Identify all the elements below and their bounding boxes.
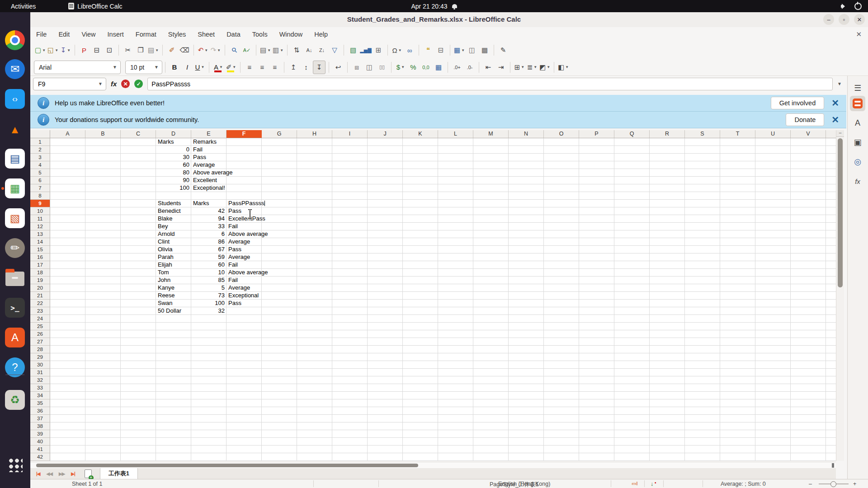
cell-D18[interactable]: Tom <box>158 269 169 277</box>
menu-help[interactable]: Help <box>308 29 334 40</box>
border-color-dropdown-icon[interactable]: ▼ <box>547 65 550 69</box>
selection-mode-icon[interactable]: ▭I <box>632 481 637 487</box>
increase-indent-button[interactable]: ⇥ <box>495 61 507 74</box>
column-headers[interactable]: ABCDEFGHIJKLMNOPQRSTUV <box>50 130 836 138</box>
cell-F9[interactable]: PassPPassss <box>228 200 265 207</box>
add-decimal-button[interactable]: .0+ <box>451 61 463 74</box>
language-status[interactable]: English (Hong Kong) <box>498 481 550 487</box>
format-currency-button[interactable]: $▼ <box>395 61 406 74</box>
column-header-Q[interactable]: Q <box>614 130 650 138</box>
column-header-P[interactable]: P <box>579 130 614 138</box>
column-header-C[interactable]: C <box>121 130 156 138</box>
dock-vscode[interactable]: ‹› <box>5 89 25 109</box>
borders-dropdown-icon[interactable]: ▼ <box>521 65 524 69</box>
open-button[interactable]: ◱▼ <box>47 44 59 56</box>
hyperlink-button[interactable]: ∞ <box>404 44 415 56</box>
highlight-color-button[interactable]: ✐▼ <box>225 61 237 74</box>
cell-E18[interactable]: 10 <box>191 269 225 277</box>
insert-image-button[interactable]: ▧ <box>347 44 359 56</box>
cell-F22[interactable]: Pass <box>228 300 241 307</box>
row-header-22[interactable]: 22 <box>30 300 50 307</box>
conditional-formatting-dropdown-icon[interactable]: ▼ <box>565 65 569 69</box>
spelling-button[interactable]: A✓ <box>241 44 253 56</box>
font-color-dropdown-icon[interactable]: ▼ <box>219 65 223 69</box>
undo-button[interactable]: ↶▼ <box>197 44 209 56</box>
menu-tools[interactable]: Tools <box>246 29 274 40</box>
close-button[interactable]: ✕ <box>854 14 865 25</box>
cell-E11[interactable]: 94 <box>191 215 225 223</box>
column-header-N[interactable]: N <box>509 130 544 138</box>
paste-button[interactable]: ▤▼ <box>147 44 159 56</box>
cell-E23[interactable]: 32 <box>191 307 225 315</box>
cell-F13[interactable]: Above average <box>228 230 268 238</box>
dock-ubuntu-software[interactable]: A <box>5 328 25 347</box>
formula-input-line[interactable]: PassPPassss <box>147 78 833 90</box>
align-bottom-button[interactable]: ↧ <box>313 61 326 74</box>
find-replace-button[interactable]: ⚲ <box>228 44 240 56</box>
underline-dropdown-icon[interactable]: ▼ <box>201 65 204 69</box>
row-header-19[interactable]: 19 <box>30 277 50 284</box>
insert-chart-button[interactable]: ▂▅▇ <box>360 44 372 56</box>
font-size-combo[interactable]: 10 pt ▼ <box>125 61 162 74</box>
cell-E20[interactable]: 5 <box>191 284 225 292</box>
clone-formatting-button[interactable]: ✐ <box>166 44 178 56</box>
cell-E13[interactable]: 6 <box>191 230 225 238</box>
row-dropdown-icon[interactable]: ▼ <box>267 48 271 52</box>
maximize-button[interactable]: ▫ <box>839 14 849 25</box>
menu-format[interactable]: Format <box>130 29 162 40</box>
row-header-1[interactable]: 1 <box>30 138 50 146</box>
vertical-scrollbar[interactable]: – <box>836 130 844 461</box>
unmerge-cells-button[interactable]: ▯▯ <box>376 61 388 74</box>
cell-D3[interactable]: 30 <box>156 154 189 161</box>
cell-D4[interactable]: 60 <box>156 161 189 169</box>
row-header-35[interactable]: 35 <box>30 399 50 407</box>
row-header-18[interactable]: 18 <box>30 269 50 277</box>
menu-edit[interactable]: Edit <box>52 29 75 40</box>
minimize-button[interactable]: – <box>823 14 834 25</box>
name-box[interactable]: F9 ▼ <box>33 78 106 90</box>
cancel-icon[interactable]: ✕ <box>121 80 130 88</box>
row-header-25[interactable]: 25 <box>30 323 50 330</box>
row-header-14[interactable]: 14 <box>30 238 50 246</box>
delete-decimal-button[interactable]: .0- <box>464 61 476 74</box>
sort-ascending-button[interactable]: A↓ <box>303 44 315 56</box>
dock-impress[interactable]: ▧ <box>5 208 25 228</box>
cell-E5[interactable]: Above average <box>193 169 232 177</box>
row-header-7[interactable]: 7 <box>30 184 50 192</box>
clock[interactable]: Apr 21 20:43 <box>411 3 447 10</box>
next-sheet-button[interactable]: ▶▶ <box>59 471 65 476</box>
column-header-I[interactable]: I <box>332 130 368 138</box>
row-header-6[interactable]: 6 <box>30 177 50 184</box>
dock-trash[interactable]: ♻ <box>5 390 25 410</box>
column-header-A[interactable]: A <box>50 130 85 138</box>
new-button[interactable]: ▢▼ <box>34 44 46 56</box>
merge-cells-button[interactable]: ◫ <box>363 61 375 74</box>
open-dropdown-icon[interactable]: ▼ <box>55 48 58 52</box>
menu-window[interactable]: Window <box>274 29 309 40</box>
export-pdf-button[interactable]: P <box>78 44 90 56</box>
decrease-indent-button[interactable]: ⇤ <box>482 61 494 74</box>
column-header-O[interactable]: O <box>544 130 579 138</box>
cell-F11[interactable]: ExcellentPass <box>228 215 265 223</box>
vertical-scrollbar-thumb[interactable] <box>838 138 843 287</box>
cell-E9[interactable]: Marks <box>193 200 209 207</box>
row-header-5[interactable]: 5 <box>30 169 50 177</box>
menu-file[interactable]: File <box>30 29 52 40</box>
cell-D21[interactable]: Reese <box>158 292 175 300</box>
new-dropdown-icon[interactable]: ▼ <box>42 48 46 52</box>
menu-insert[interactable]: Insert <box>102 29 130 40</box>
horizontal-split-handle[interactable] <box>832 463 834 468</box>
cell-D5[interactable]: 80 <box>156 169 189 177</box>
power-icon[interactable] <box>854 3 862 10</box>
sort-descending-button[interactable]: Z↓ <box>316 44 328 56</box>
bold-button[interactable]: B <box>169 61 180 74</box>
menu-data[interactable]: Data <box>221 29 246 40</box>
cell-E17[interactable]: 60 <box>191 261 225 269</box>
dock-writer[interactable]: ▤ <box>5 149 25 169</box>
freeze-panes-dropdown-icon[interactable]: ▼ <box>461 48 465 52</box>
undo-dropdown-icon[interactable]: ▼ <box>204 48 208 52</box>
row-header-38[interactable]: 38 <box>30 422 50 430</box>
column-button[interactable]: ▥▼ <box>272 44 284 56</box>
zoom-in-button[interactable]: + <box>853 481 856 487</box>
paste-dropdown-icon[interactable]: ▼ <box>155 48 159 52</box>
